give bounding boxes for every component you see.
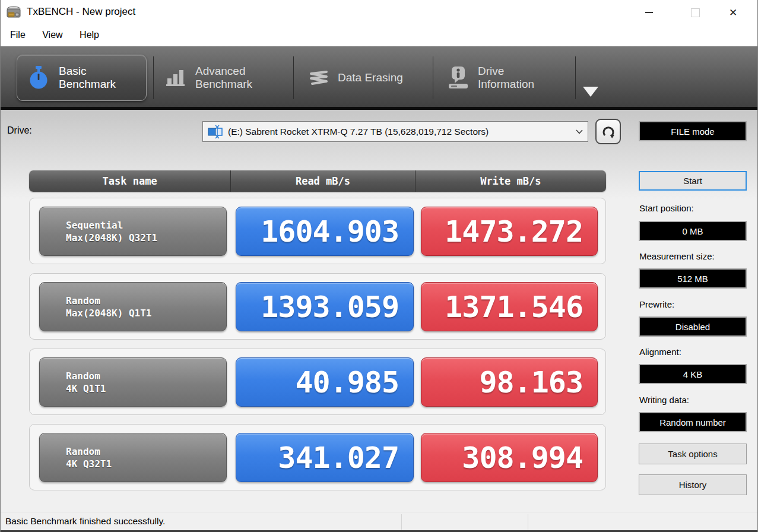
task-button[interactable]: Random 4K Q1T1 <box>39 357 227 407</box>
tab-advanced-benchmark[interactable]: Advanced Benchmark <box>162 55 287 101</box>
write-value: 308.994 <box>421 433 598 482</box>
menu-view[interactable]: View <box>35 26 69 40</box>
status-separator <box>401 514 402 530</box>
table-row: Sequential Max(2048K) Q32T1 1604.903 147… <box>29 198 606 264</box>
start-position-value: 0 MB <box>639 221 747 241</box>
maximize-icon <box>691 8 700 17</box>
alignment-value: 4 KB <box>639 364 747 384</box>
task-name-line1: Random <box>66 370 226 382</box>
window-title: TxBENCH - New project <box>27 6 135 18</box>
file-mode-badge: FILE mode <box>639 121 747 141</box>
triangle-down-icon[interactable] <box>583 87 598 97</box>
txbench-window: TxBENCH - New project ✕ File View Help B… <box>0 0 758 532</box>
tab-data-erasing[interactable]: Data Erasing <box>306 55 427 101</box>
read-value: 1604.903 <box>236 207 414 256</box>
tab-label-line2: Information <box>478 78 534 91</box>
app-icon <box>6 5 21 21</box>
tab-label-line2: Benchmark <box>59 78 116 91</box>
table-row: Random 4K Q1T1 40.985 98.163 <box>29 349 606 415</box>
table-row: Random 4K Q32T1 341.027 308.994 <box>29 424 606 490</box>
erase-coil-icon <box>308 69 329 87</box>
task-name-line2: Max(2048K) Q32T1 <box>66 232 226 244</box>
benchmark-table-header: Task name Read mB/s Write mB/s <box>29 170 606 192</box>
tab-separator <box>153 56 154 99</box>
task-name-line2: 4K Q1T1 <box>66 382 226 395</box>
minimize-button[interactable] <box>635 0 662 25</box>
tab-separator <box>575 56 576 99</box>
table-row: Random Max(2048K) Q1T1 1393.059 1371.546 <box>29 273 606 340</box>
tab-label-line1: Basic <box>59 65 116 78</box>
header-write: Write mB/s <box>415 170 606 192</box>
read-value: 40.985 <box>236 357 414 407</box>
refresh-drives-button[interactable] <box>595 119 621 144</box>
menu-help[interactable]: Help <box>72 26 106 40</box>
start-position-label: Start position: <box>639 203 694 213</box>
title-bar: TxBENCH - New project ✕ <box>1 0 757 26</box>
measurement-size-label: Measurement size: <box>639 251 715 261</box>
task-name-line1: Sequential <box>66 219 226 232</box>
task-name-line1: Random <box>66 445 226 458</box>
tab-drive-information[interactable]: Drive Information <box>445 55 569 101</box>
drive-select[interactable]: (E:) Sabrent Rocket XTRM-Q 7.27 TB (15,6… <box>202 121 588 142</box>
writing-data-label: Writing data: <box>639 395 689 405</box>
tab-separator <box>433 56 433 99</box>
tab-separator <box>293 56 294 99</box>
prewrite-label: Prewrite: <box>639 299 674 309</box>
tab-label-line1: Advanced <box>195 65 252 78</box>
bar-chart-icon <box>166 68 186 88</box>
task-button[interactable]: Sequential Max(2048K) Q32T1 <box>39 207 227 256</box>
header-read: Read mB/s <box>230 170 414 192</box>
task-options-button[interactable]: Task options <box>639 444 747 464</box>
task-button[interactable]: Random Max(2048K) Q1T1 <box>39 282 227 331</box>
chevron-down-icon <box>576 129 583 134</box>
write-value: 98.163 <box>421 357 598 407</box>
alignment-label: Alignment: <box>639 347 681 357</box>
close-icon: ✕ <box>729 8 737 18</box>
drive-label: Drive: <box>7 125 32 136</box>
tab-label-line2: Benchmark <box>195 78 252 91</box>
drive-icon <box>208 125 223 139</box>
stopwatch-icon <box>28 65 49 90</box>
tab-label-line1: Data Erasing <box>338 71 403 84</box>
drive-info-icon <box>447 66 470 90</box>
menu-file[interactable]: File <box>3 26 33 40</box>
prewrite-value: Disabled <box>639 316 747 337</box>
measurement-size-value: 512 MB <box>639 268 747 289</box>
maximize-button[interactable] <box>681 0 709 25</box>
history-button[interactable]: History <box>639 474 747 495</box>
read-value: 1393.059 <box>236 282 414 331</box>
start-button[interactable]: Start <box>639 171 747 191</box>
status-message: Basic Benchmark finished successfully. <box>5 516 165 527</box>
header-task-name: Task name <box>29 170 230 192</box>
writing-data-value: Random number <box>639 412 747 432</box>
status-bar: Basic Benchmark finished successfully. <box>1 512 757 531</box>
menu-bar: File View Help <box>1 26 757 46</box>
drive-selected-option: (E:) Sabrent Rocket XTRM-Q 7.27 TB (15,6… <box>228 126 573 137</box>
read-value: 341.027 <box>236 433 414 482</box>
task-name-line2: 4K Q32T1 <box>66 458 226 470</box>
minimize-icon <box>645 12 653 13</box>
write-value: 1371.546 <box>421 282 598 331</box>
write-value: 1473.272 <box>421 207 598 256</box>
task-name-line1: Random <box>66 294 226 307</box>
refresh-icon <box>600 124 617 140</box>
task-name-line2: Max(2048K) Q1T1 <box>66 307 226 319</box>
close-button[interactable]: ✕ <box>719 0 747 25</box>
tab-basic-benchmark[interactable]: Basic Benchmark <box>17 55 147 101</box>
task-button[interactable]: Random 4K Q32T1 <box>39 433 227 482</box>
status-separator <box>528 514 528 530</box>
tab-label-line1: Drive <box>478 65 534 78</box>
